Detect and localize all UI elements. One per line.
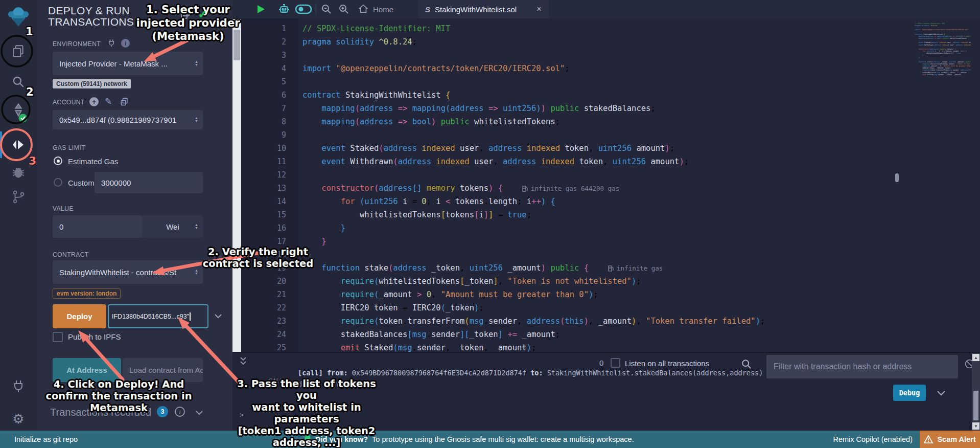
code-line[interactable]: 11 event Withdrawn(address indexed user,… [241, 155, 980, 168]
annotation-4: 4. Click on Deploy! And confirm the tran… [43, 378, 194, 414]
terminal-log-line[interactable]: [call] from: 0x549BD967800987968764f6E3D… [298, 369, 763, 377]
panel-title: DEPLOY & RUN TRANSACTIONS [48, 5, 134, 28]
publish-ipfs-checkbox[interactable] [53, 332, 63, 342]
git-init-button[interactable]: Initialize as git repo [14, 435, 78, 443]
line-number: 17 [241, 237, 286, 246]
scroll-up-icon[interactable]: ▲ [972, 354, 979, 361]
code-line[interactable]: 23 require(token.transferFrom(msg.sender… [241, 315, 980, 328]
zoom-in-icon[interactable] [338, 0, 350, 18]
minimap-line: emit Staked(msg.sender, _token, _amount)… [915, 74, 971, 76]
add-account-icon[interactable]: + [89, 97, 99, 106]
scroll-down-icon[interactable]: ▼ [972, 422, 979, 430]
copilot-toggle[interactable] [295, 0, 312, 18]
code-line[interactable]: 22 IERC20 token = IERC20(_token); [241, 301, 980, 315]
deploy-run-panel: DEPLOY & RUN TRANSACTIONS ENVIRONMENT i … [37, 0, 232, 431]
debugger-icon[interactable] [0, 165, 37, 180]
code-line[interactable]: 18 [241, 248, 980, 261]
file-explorer-icon[interactable] [0, 44, 37, 58]
estimated-gas-label: Estimated Gas [68, 157, 118, 166]
code-line[interactable]: 4import "@openzeppelin/contracts/token/E… [241, 62, 980, 75]
environment-plug-icon[interactable] [107, 39, 115, 47]
line-number: 4 [241, 64, 286, 73]
terminal-search-icon[interactable] [741, 359, 752, 370]
custom-gas-radio[interactable] [54, 178, 62, 187]
code-line[interactable]: 16 } [241, 221, 980, 235]
settings-gear-icon[interactable]: ⚙ [0, 411, 37, 427]
editor-minimap[interactable]: // SPDX-License-Identifier: MITpragma so… [915, 23, 971, 176]
value-unit-select[interactable]: Wei ▲▼ [143, 215, 203, 238]
chevron-updown-icon: ▲▼ [195, 269, 198, 275]
line-number: 10 [241, 144, 286, 153]
contract-label: CONTRACT [53, 251, 89, 258]
estimated-gas-radio[interactable] [54, 156, 62, 165]
code-line[interactable]: 7 mapping(address => mapping(address => … [241, 102, 980, 115]
expand-terminal-icon[interactable] [239, 356, 248, 367]
constructor-args-input[interactable]: IFD1380b4D516CB5...c93" [108, 304, 208, 328]
debug-button[interactable]: Debug [893, 385, 926, 401]
environment-select[interactable]: Injected Provider - MetaMask ... ▲▼ [53, 52, 203, 75]
chevron-updown-icon: ▲▼ [195, 117, 198, 123]
git-icon[interactable] [0, 190, 37, 204]
run-script-icon[interactable] [255, 0, 266, 18]
code-line[interactable]: 2pragma solidity ^0.8.24; [241, 35, 980, 49]
transactions-chevron-icon[interactable] [194, 408, 204, 418]
scam-alert-button[interactable]: Scam Alert [920, 431, 980, 448]
zoom-out-icon[interactable] [320, 0, 333, 18]
editor-toolbar: Home S StakingWithWhitelist.sol × [232, 0, 980, 19]
custom-gas-label: Custom [68, 178, 95, 187]
code-lines: 1// SPDX-License-Identifier: MIT2pragma … [241, 22, 980, 352]
code-line[interactable]: 17 } [241, 235, 980, 248]
code-line[interactable]: 12 [241, 168, 980, 182]
custom-gas-input[interactable]: 3000000 [95, 172, 203, 193]
code-line[interactable]: 24 stakedBalances[msg.sender][_token] +=… [241, 328, 980, 341]
ai-assistant-robot-icon[interactable] [277, 0, 291, 18]
code-line[interactable]: 15 whitelistedTokens[tokens[i]] = true; [241, 208, 980, 221]
transaction-filter-input[interactable]: Filter with transaction hash or address [766, 355, 958, 378]
environment-info-icon[interactable]: i [121, 39, 130, 48]
line-number: 3 [241, 51, 286, 60]
code-line[interactable]: 10 event Staked(address indexed user, ad… [241, 142, 980, 155]
gas-estimate-widget[interactable]: infinite gas [608, 264, 663, 272]
network-badge: Custom (59141) network [53, 79, 131, 88]
copilot-status[interactable]: Remix Copilot (enabled) [833, 435, 913, 443]
code-line[interactable]: 25 emit Staked(msg.sender, _token, _amou… [241, 341, 980, 352]
code-line[interactable]: 8 mapping(address => bool) public whitel… [241, 115, 980, 128]
copy-account-icon[interactable] [120, 97, 129, 106]
code-line[interactable]: 13 constructor(address[] memory tokens) … [241, 182, 980, 195]
editor-scrollbar-thumb[interactable] [895, 173, 899, 182]
annotation-3: 3. Pass the list of tokens you want to w… [232, 378, 381, 448]
minimap-line: event Withdrawn(address indexed user, ad… [915, 44, 971, 46]
tab-stakingwithwhitelist[interactable]: S StakingWithWhitelist.sol × [418, 0, 549, 18]
plugin-manager-icon[interactable] [0, 379, 37, 393]
code-line[interactable]: 1// SPDX-License-Identifier: MIT [241, 22, 980, 35]
account-select[interactable]: 0x549...d874f (0.98821989737901 ▲▼ [53, 110, 203, 129]
line-number: 23 [241, 317, 286, 326]
line-number: 2 [241, 37, 286, 47]
code-line[interactable]: 6contract StakingWithWhitelist { [241, 88, 980, 102]
terminal-scrollbar-thumb[interactable] [973, 391, 978, 420]
code-line[interactable]: 21 require(_amount > 0, "Amount must be … [241, 288, 980, 301]
code-line[interactable]: 20 require(whitelistedTokens[_token], "T… [241, 275, 980, 288]
expand-args-chevron-icon[interactable] [213, 311, 223, 321]
home-label: Home [373, 5, 393, 14]
listen-all-transactions-checkbox[interactable] [611, 358, 620, 368]
code-line[interactable]: 5 [241, 75, 980, 88]
terminal-scrollbar[interactable]: ▲ ▼ [972, 353, 980, 431]
contract-select[interactable]: StakingWithWhitelist - contracts/St ▲▼ [53, 260, 203, 284]
deploy-button[interactable]: Deploy [53, 304, 106, 328]
code-line[interactable]: 9 [241, 128, 980, 142]
code-line[interactable]: 19 function stake(address _token, uint25… [241, 261, 980, 275]
code-line[interactable]: 14 for (uint256 i = 0; i < tokens.length… [241, 195, 980, 208]
home-tab[interactable]: Home [358, 0, 393, 18]
close-tab-icon[interactable]: × [536, 4, 542, 14]
line-number: 22 [241, 303, 286, 312]
deploy-run-icon[interactable] [0, 137, 37, 152]
code-line[interactable]: 3 [241, 49, 980, 62]
expand-log-chevron-icon[interactable] [935, 387, 947, 399]
value-input[interactable]: 0 [53, 215, 143, 238]
sign-message-pencil-icon[interactable]: ✎ [105, 96, 112, 107]
gas-estimate-widget[interactable]: infinite gas 644200 gas [522, 185, 619, 192]
line-number: 24 [241, 330, 286, 339]
remix-ide-window: ⚙ DEPLOY & RUN TRANSACTIONS ENVIRONMENT … [0, 0, 980, 448]
code-editor[interactable]: 1// SPDX-License-Identifier: MIT2pragma … [241, 18, 980, 352]
